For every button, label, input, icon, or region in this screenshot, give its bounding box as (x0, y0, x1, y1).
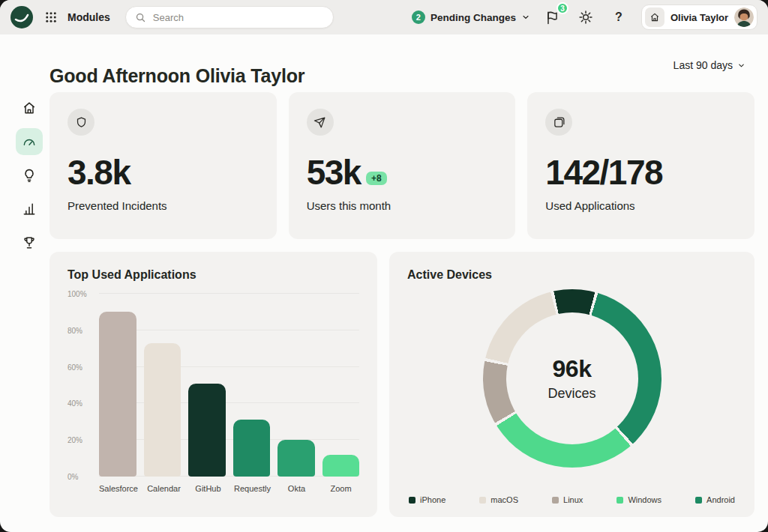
legend-item-linux: Linux (552, 495, 583, 504)
legend-swatch (409, 497, 416, 504)
legend-swatch (479, 497, 486, 504)
bar-salesforce (99, 312, 136, 477)
donut-center: 96k Devices (483, 289, 662, 468)
devices-total-label: Devices (548, 386, 596, 402)
y-axis-tick: 20% (68, 436, 82, 444)
bar-chart: 0%20%40%60%80%100% (68, 294, 359, 477)
legend-label: Android (706, 495, 735, 504)
bar-okta (278, 440, 315, 477)
brand-logo-icon[interactable] (10, 6, 33, 28)
send-icon (307, 109, 334, 136)
notifications-count-badge: 3 (556, 2, 568, 14)
dashboard-app: Modules 2 Pending Changes 3 (0, 0, 768, 532)
page-title: Good Afternoon Olivia Taylor (50, 65, 304, 87)
search-bar[interactable] (125, 6, 334, 28)
home-icon (22, 100, 37, 115)
help-button[interactable]: ? (608, 7, 629, 28)
settings-button[interactable] (575, 7, 596, 28)
modules-label: Modules (68, 11, 110, 23)
y-axis-tick: 80% (68, 326, 82, 334)
bars (99, 294, 359, 477)
legend-label: iPhone (420, 495, 446, 504)
bar-requestly (233, 420, 271, 477)
top-used-applications-card: Top Used Applications 0%20%40%60%80%100%… (50, 252, 377, 517)
used-applications-label: Used Applications (545, 199, 736, 212)
legend-swatch (616, 497, 623, 504)
trophy-icon (22, 235, 37, 250)
sidebar-item-achievements[interactable] (16, 229, 43, 256)
x-axis-tick: Requestly (234, 484, 271, 493)
stat-cards-row: 3.8k Prevented Incidents 53k +8 Users th… (50, 92, 754, 239)
y-axis-tick: 100% (68, 290, 87, 298)
sidebar-item-dashboard[interactable] (16, 128, 43, 155)
y-axis-tick: 0% (68, 473, 78, 481)
chevron-down-icon (521, 13, 530, 22)
users-this-month-label: Users this month (307, 199, 498, 212)
search-icon (135, 12, 146, 23)
users-delta-badge: +8 (366, 172, 387, 185)
prevented-incidents-label: Prevented Incidents (68, 199, 259, 212)
prevented-incidents-card: 3.8k Prevented Incidents (50, 92, 277, 239)
sidebar-item-home[interactable] (16, 94, 43, 121)
users-this-month-value: 53k (307, 155, 361, 190)
shield-icon (68, 109, 94, 136)
users-this-month-card: 53k +8 Users this month (289, 92, 516, 239)
legend-item-macos: macOS (479, 495, 518, 504)
sidebar-nav (13, 94, 46, 256)
bar-calendar (144, 343, 182, 477)
x-axis-tick: Zoom (322, 484, 359, 493)
pending-changes-label: Pending Changes (430, 12, 516, 23)
top-used-applications-title: Top Used Applications (68, 268, 359, 282)
x-axis-tick: GitHub (190, 484, 226, 493)
charts-row: Top Used Applications 0%20%40%60%80%100%… (50, 252, 754, 517)
active-devices-title: Active Devices (407, 268, 736, 282)
pending-changes-count-badge: 2 (412, 10, 425, 24)
gear-icon (578, 10, 593, 25)
x-axis-tick: Okta (278, 484, 315, 493)
legend-label: Linux (563, 495, 583, 504)
sidebar-item-insights[interactable] (16, 162, 43, 189)
gauge-icon (22, 134, 37, 149)
active-devices-legend: iPhonemacOSLinuxWindowsAndroid (409, 495, 735, 504)
apps-icon (545, 109, 572, 136)
house-icon (645, 7, 664, 27)
notifications-button[interactable]: 3 (542, 7, 563, 28)
used-applications-card: 142 /178 Used Applications (527, 92, 754, 239)
legend-item-windows: Windows (616, 495, 662, 504)
user-menu[interactable]: Olivia Taylor (641, 4, 758, 30)
bar-chart-y-axis: 0%20%40%60%80%100% (68, 294, 93, 477)
legend-label: macOS (490, 495, 518, 504)
search-input[interactable] (152, 11, 324, 24)
bar-chart-x-axis: SalesforceCalendarGitHubRequestlyOktaZoo… (99, 484, 359, 493)
legend-item-android: Android (695, 495, 735, 504)
y-axis-tick: 60% (68, 363, 82, 371)
user-avatar (734, 7, 754, 27)
bar-github (188, 384, 226, 477)
prevented-incidents-value: 3.8k (68, 155, 130, 190)
used-applications-value: 142 (545, 155, 599, 190)
y-axis-tick: 40% (68, 399, 82, 408)
total-applications-value: /178 (600, 155, 663, 190)
legend-swatch (695, 497, 702, 504)
legend-item-iphone: iPhone (409, 495, 446, 504)
modules-grid-icon[interactable] (40, 7, 62, 28)
date-range-value: Last 90 days (674, 59, 733, 71)
user-name: Olivia Taylor (670, 12, 728, 23)
devices-total-value: 96k (553, 355, 592, 383)
bar-chart-icon (22, 202, 37, 217)
donut-chart: 96k Devices (483, 289, 662, 468)
sidebar-item-reports[interactable] (16, 196, 43, 223)
pending-changes-button[interactable]: 2 Pending Changes (412, 10, 530, 24)
bar-zoom (322, 455, 360, 477)
date-range-dropdown[interactable]: Last 90 days (674, 59, 746, 71)
bar-chart-plot (99, 294, 359, 477)
top-bar: Modules 2 Pending Changes 3 (0, 0, 768, 34)
legend-label: Windows (628, 495, 662, 504)
lightbulb-icon (22, 168, 37, 183)
chevron-down-icon (737, 61, 746, 70)
top-bar-actions: 2 Pending Changes 3 ? (412, 4, 758, 30)
x-axis-tick: Calendar (146, 484, 182, 493)
active-devices-card: Active Devices 96k Devices iPhonemacOSLi… (389, 252, 754, 517)
legend-swatch (552, 497, 559, 504)
x-axis-tick: Salesforce (99, 484, 138, 493)
